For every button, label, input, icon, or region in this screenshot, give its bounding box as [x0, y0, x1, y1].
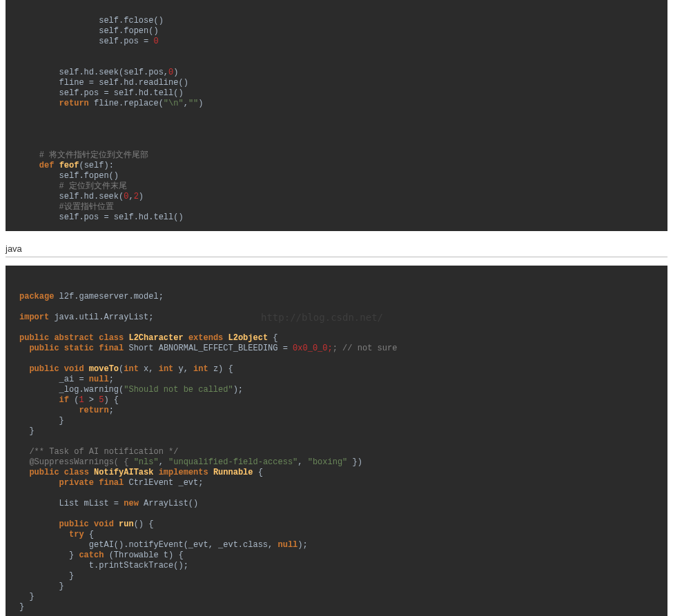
code-line: } catch (Throwable t) { — [19, 550, 184, 560]
section-label-java: java — [6, 244, 667, 257]
code-line: self.hd.seek(0,2) — [19, 192, 144, 201]
code-line: self.pos = self.hd.tell() — [19, 212, 184, 222]
code-line: self.pos = 0 — [19, 37, 159, 46]
code-line: List mList = new ArrayList() — [19, 499, 198, 508]
code-line: public static final Short ABNORMAL_EFFEC… — [19, 344, 397, 353]
code-line: _log.warning("Should not be called"); — [19, 385, 243, 395]
code-line: } — [19, 426, 35, 436]
code-line: return; — [19, 406, 114, 415]
code-line: import java.util.ArrayList; — [19, 312, 153, 322]
java-code-block: http://blog.csdn.net/ package l2f.gamese… — [6, 266, 667, 616]
code-line: } — [19, 592, 35, 602]
code-line: try { — [19, 530, 94, 539]
code-line: t.printStackTrace(); — [19, 561, 188, 570]
code-line: public void moveTo(int x, int y, int z) … — [19, 364, 233, 374]
code-line: getAI().notifyEvent(_evt, _evt.class, nu… — [19, 540, 308, 550]
code-line: } — [19, 602, 24, 612]
code-line: #设置指针位置 — [19, 202, 114, 212]
code-line: /** Task of AI notification */ — [19, 447, 178, 457]
python-code-block: self.fclose() self.fopen() self.pos = 0 … — [6, 0, 667, 231]
code-line: self.fopen() — [19, 26, 159, 36]
code-line: # 将文件指针定位到文件尾部 — [19, 150, 148, 160]
code-line: private final CtrlEvent _evt; — [19, 478, 203, 488]
code-line: self.fopen() — [19, 171, 119, 181]
code-line: public void run() { — [19, 519, 153, 529]
code-line: self.hd.seek(self.pos,0) — [19, 68, 178, 77]
code-line: } — [19, 582, 64, 591]
code-line: @SuppressWarnings( { "nls", "unqualified… — [19, 457, 362, 467]
code-line: } — [19, 416, 64, 426]
code-line: fline = self.hd.readline() — [19, 78, 188, 88]
watermark-text: http://blog.csdn.net/ — [261, 312, 383, 323]
code-line: public abstract class L2Character extend… — [19, 333, 278, 343]
code-line: # 定位到文件末尾 — [19, 181, 127, 191]
code-line: self.pos = self.hd.tell() — [19, 88, 184, 98]
code-line: return fline.replace("\n","") — [19, 99, 203, 108]
code-line: if (1 > 5) { — [19, 395, 119, 405]
code-line: def feof(self): — [19, 161, 114, 170]
code-line: public class NotifyAITask implements Run… — [19, 468, 263, 477]
code-line: _ai = null; — [19, 375, 114, 384]
code-line: package l2f.gameserver.model; — [19, 292, 164, 301]
code-line: self.fclose() — [19, 16, 164, 26]
code-line: } — [19, 571, 74, 581]
